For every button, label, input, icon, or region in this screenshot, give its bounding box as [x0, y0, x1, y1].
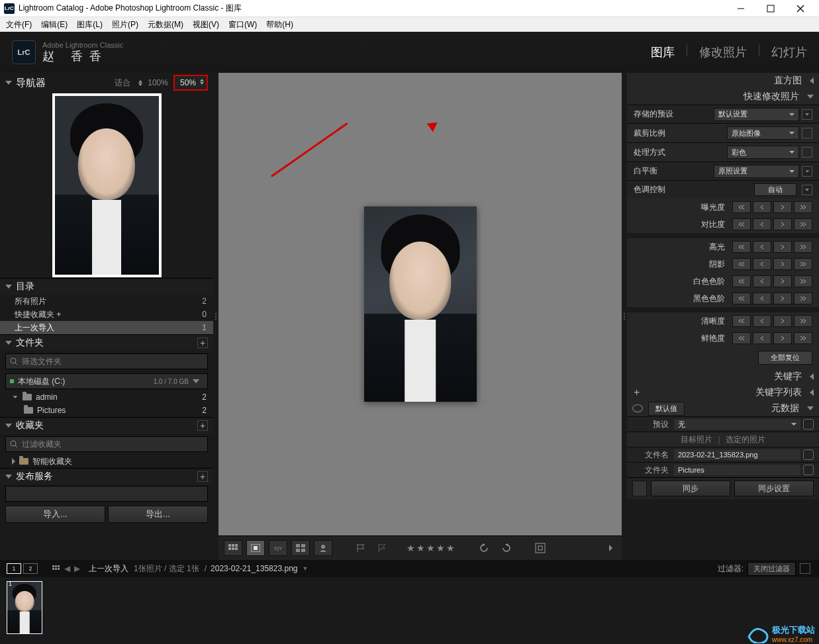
slider-big-inc-button[interactable] [794, 218, 812, 230]
wb-toggle[interactable] [802, 166, 812, 177]
export-button[interactable]: 导出... [108, 506, 208, 523]
slider-inc-button[interactable] [773, 201, 792, 213]
folder-admin[interactable]: admin2 [0, 391, 213, 404]
folder-value[interactable]: Pictures [674, 465, 800, 475]
add-publish-button[interactable]: + [197, 471, 208, 482]
flag-pick-button[interactable] [352, 541, 369, 555]
menu-file[interactable]: 文件(F) [1, 19, 36, 30]
canvas[interactable] [218, 73, 622, 535]
slider-big-dec-button[interactable] [732, 275, 751, 287]
volume-row[interactable]: 本地磁盘 (C:) 1.0 / 7.0 GB [5, 373, 208, 389]
meta-preset-select[interactable]: 无 [674, 419, 800, 430]
rating-stars[interactable]: ★★★★★ [407, 543, 456, 553]
histogram-header[interactable]: 直方图 [627, 73, 819, 89]
keywords-header[interactable]: 关键字 [627, 369, 819, 385]
slider-big-dec-button[interactable] [732, 241, 751, 253]
slider-dec-button[interactable] [753, 332, 771, 344]
slider-dec-button[interactable] [753, 218, 771, 230]
rotate-ccw-button[interactable] [476, 541, 493, 555]
navigator-header[interactable]: 导航器 适合 100% 50% [0, 73, 213, 93]
nav-back-icon[interactable]: ◀ [62, 564, 72, 573]
grid-shortcut-icon[interactable] [50, 563, 62, 574]
catalog-all-photos[interactable]: 所有照片2 [0, 295, 213, 308]
treatment-toggle[interactable] [802, 147, 812, 158]
slider-big-dec-button[interactable] [732, 258, 751, 270]
slider-big-inc-button[interactable] [794, 315, 812, 327]
slider-inc-button[interactable] [773, 275, 792, 287]
menu-help[interactable]: 帮助(H) [262, 19, 298, 30]
filter-select[interactable]: 关闭过滤器 [747, 562, 796, 576]
filmstrip[interactable]: 1 [0, 577, 819, 644]
flag-reject-button[interactable] [373, 541, 391, 555]
menu-metadata[interactable]: 元数据(M) [143, 19, 188, 30]
slider-dec-button[interactable] [753, 258, 771, 270]
maximize-button[interactable] [755, 0, 785, 17]
slider-dec-button[interactable] [753, 201, 771, 213]
smart-collections[interactable]: 智能收藏夹 [0, 455, 213, 468]
volume-menu-icon[interactable] [193, 379, 199, 383]
right-grip[interactable] [622, 73, 627, 560]
navigator-preview[interactable] [0, 93, 213, 278]
slider-inc-button[interactable] [773, 241, 792, 253]
treatment-select[interactable]: 彩色 [727, 146, 799, 159]
add-keyword-button[interactable]: + [634, 387, 640, 398]
slider-dec-button[interactable] [753, 293, 771, 304]
saved-preset-select[interactable]: 默认设置 [714, 108, 799, 121]
fit-stepper-icon[interactable] [138, 80, 142, 86]
publish-header[interactable]: 发布服务 + [0, 468, 213, 484]
minimize-button[interactable] [726, 0, 755, 17]
meta-menu-icon[interactable] [803, 419, 814, 430]
slider-big-inc-button[interactable] [794, 258, 812, 270]
slider-big-inc-button[interactable] [794, 201, 812, 213]
survey-view-button[interactable] [291, 540, 310, 556]
nav-zoom-select[interactable]: 50% [173, 75, 208, 91]
wb-select[interactable]: 原照设置 [714, 165, 799, 178]
slider-inc-button[interactable] [773, 293, 792, 304]
people-view-button[interactable] [314, 540, 332, 556]
zoom-stepper-icon[interactable] [200, 79, 204, 85]
folder-pictures[interactable]: Pictures2 [0, 404, 213, 417]
preset-toggle[interactable] [802, 109, 812, 120]
slider-big-dec-button[interactable] [732, 218, 751, 230]
filmstrip-thumb[interactable]: 1 [7, 581, 42, 634]
breadcrumb-source[interactable]: 上一次导入 [89, 563, 128, 575]
collection-filter-input[interactable]: 过滤收藏夹 [5, 436, 208, 452]
module-slideshow[interactable]: 幻灯片 [771, 44, 807, 60]
reset-all-button[interactable]: 全部复位 [758, 351, 812, 365]
filter-lock-icon[interactable] [800, 563, 810, 574]
eye-icon[interactable] [632, 404, 643, 412]
slider-inc-button[interactable] [773, 258, 792, 270]
main-image[interactable] [364, 207, 477, 402]
menu-view[interactable]: 视图(V) [188, 19, 224, 30]
import-button[interactable]: 导入... [5, 506, 105, 523]
sync-switch[interactable] [632, 481, 647, 496]
quick-develop-header[interactable]: 快速修改照片 [627, 89, 819, 105]
slider-dec-button[interactable] [753, 275, 771, 287]
keyword-list-header[interactable]: + 关键字列表 [627, 385, 819, 400]
selected-photo-tab[interactable]: 选定的照片 [726, 434, 765, 445]
slider-big-dec-button[interactable] [732, 315, 751, 327]
sync-button[interactable]: 同步 [651, 481, 730, 496]
add-folder-button[interactable]: + [197, 338, 208, 348]
menu-library[interactable]: 图库(L) [72, 19, 107, 30]
collections-header[interactable]: 收藏夹 + [0, 417, 213, 434]
metadata-mode-select[interactable]: 默认值 [648, 402, 685, 416]
filename-value[interactable]: 2023-02-21_135823.png [674, 449, 800, 460]
slider-big-dec-button[interactable] [732, 293, 751, 304]
metadata-header[interactable]: 默认值 元数据 [627, 400, 819, 416]
slider-big-inc-button[interactable] [794, 275, 812, 287]
menu-photo[interactable]: 照片(P) [107, 19, 143, 30]
slider-inc-button[interactable] [773, 332, 792, 344]
catalog-header[interactable]: 目录 [0, 278, 213, 295]
slider-big-dec-button[interactable] [732, 332, 751, 344]
add-collection-button[interactable]: + [197, 420, 208, 431]
slider-big-inc-button[interactable] [794, 241, 812, 253]
module-develop[interactable]: 修改照片 [699, 44, 747, 60]
catalog-last-import[interactable]: 上一次导入1 [0, 321, 213, 334]
nav-fit[interactable]: 适合 [115, 77, 130, 89]
catalog-quick-collection[interactable]: 快捷收藏夹 +0 [0, 308, 213, 321]
slider-big-inc-button[interactable] [794, 332, 812, 344]
menu-window[interactable]: 窗口(W) [224, 19, 262, 30]
tone-auto-button[interactable]: 自动 [754, 183, 796, 196]
nav-100[interactable]: 100% [148, 78, 168, 87]
